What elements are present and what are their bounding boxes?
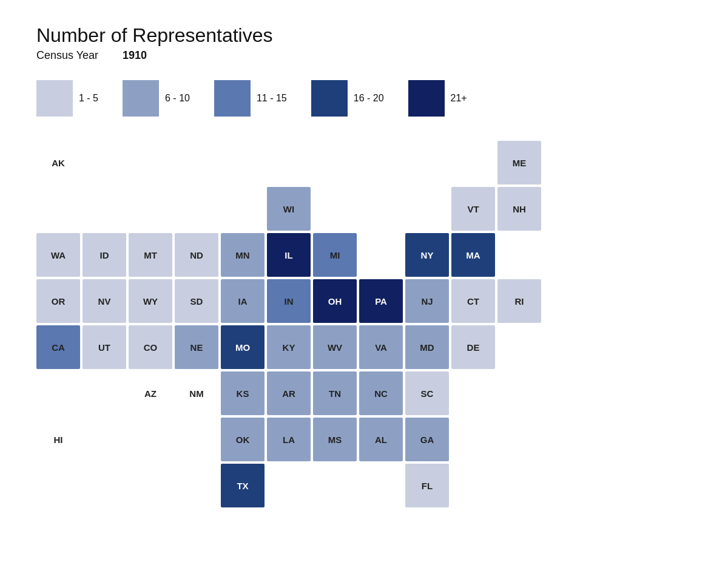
grid-cell	[36, 464, 80, 507]
grid-cell	[497, 233, 541, 277]
state-nd: ND	[175, 233, 218, 277]
grid-cell	[129, 187, 172, 231]
legend: 1 - 56 - 1011 - 1516 - 2021+	[36, 80, 692, 117]
grid-cell	[359, 187, 403, 231]
state-pa: PA	[359, 279, 403, 323]
state-id: ID	[83, 233, 126, 277]
legend-label: 11 - 15	[257, 93, 287, 104]
state-grid: AKMEWIVTNHWAIDMTNDMNILMINYMAORNVWYSDIAIN…	[36, 141, 692, 507]
grid-cell	[83, 187, 126, 231]
state-va: VA	[359, 325, 403, 369]
state-mn: MN	[221, 233, 265, 277]
state-az: AZ	[129, 371, 172, 415]
state-ga: GA	[405, 418, 449, 461]
legend-label: 6 - 10	[165, 93, 190, 104]
state-nh: NH	[497, 187, 541, 231]
grid-cell	[83, 141, 126, 185]
grid-cell	[497, 418, 541, 461]
state-sc: SC	[405, 371, 449, 415]
subtitle: Census Year 1910	[36, 49, 692, 62]
grid-cell	[221, 141, 265, 185]
state-hi: HI	[36, 418, 80, 461]
state-de: DE	[451, 325, 495, 369]
census-year: 1910	[123, 49, 147, 62]
state-wv: WV	[313, 325, 357, 369]
map-area: AKMEWIVTNHWAIDMTNDMNILMINYMAORNVWYSDIAIN…	[36, 141, 692, 507]
grid-cell	[313, 464, 357, 507]
state-nc: NC	[359, 371, 403, 415]
grid-cell	[451, 371, 495, 415]
grid-cell	[405, 187, 449, 231]
state-co: CO	[129, 325, 172, 369]
legend-color-box	[214, 80, 251, 117]
grid-cell	[83, 371, 126, 415]
state-la: LA	[267, 418, 311, 461]
grid-cell	[359, 464, 403, 507]
legend-color-box	[408, 80, 445, 117]
grid-cell	[175, 187, 218, 231]
grid-cell	[497, 325, 541, 369]
state-ks: KS	[221, 371, 265, 415]
state-nm: NM	[175, 371, 218, 415]
state-mi: MI	[313, 233, 357, 277]
grid-cell	[497, 464, 541, 507]
state-in: IN	[267, 279, 311, 323]
state-ma: MA	[451, 233, 495, 277]
grid-cell	[451, 141, 495, 185]
grid-cell	[451, 464, 495, 507]
state-ar: AR	[267, 371, 311, 415]
grid-cell	[129, 141, 172, 185]
state-mo: MO	[221, 325, 265, 369]
legend-item: 6 - 10	[123, 80, 190, 117]
grid-cell	[36, 371, 80, 415]
grid-cell	[221, 187, 265, 231]
state-ne: NE	[175, 325, 218, 369]
state-ms: MS	[313, 418, 357, 461]
state-ct: CT	[451, 279, 495, 323]
legend-item: 1 - 5	[36, 80, 98, 117]
grid-cell	[405, 141, 449, 185]
state-ia: IA	[221, 279, 265, 323]
grid-cell	[359, 141, 403, 185]
page-title: Number of Representatives	[36, 24, 692, 47]
state-tn: TN	[313, 371, 357, 415]
state-vt: VT	[451, 187, 495, 231]
state-ny: NY	[405, 233, 449, 277]
state-ak: AK	[36, 141, 80, 185]
grid-cell	[175, 141, 218, 185]
state-sd: SD	[175, 279, 218, 323]
state-tx: TX	[221, 464, 265, 507]
state-il: IL	[267, 233, 311, 277]
grid-cell	[129, 464, 172, 507]
state-wa: WA	[36, 233, 80, 277]
state-mt: MT	[129, 233, 172, 277]
state-ca: CA	[36, 325, 80, 369]
state-nv: NV	[83, 279, 126, 323]
grid-cell	[313, 187, 357, 231]
legend-label: 16 - 20	[354, 93, 384, 104]
state-md: MD	[405, 325, 449, 369]
legend-label: 1 - 5	[79, 93, 98, 104]
legend-item: 16 - 20	[311, 80, 384, 117]
legend-item: 21+	[408, 80, 467, 117]
grid-cell	[313, 141, 357, 185]
legend-color-box	[311, 80, 348, 117]
state-ut: UT	[83, 325, 126, 369]
state-nj: NJ	[405, 279, 449, 323]
grid-cell	[175, 464, 218, 507]
grid-cell	[359, 233, 403, 277]
legend-label: 21+	[451, 93, 467, 104]
legend-item: 11 - 15	[214, 80, 287, 117]
grid-cell	[267, 464, 311, 507]
grid-cell	[83, 464, 126, 507]
legend-color-box	[123, 80, 159, 117]
grid-cell	[267, 141, 311, 185]
state-oh: OH	[313, 279, 357, 323]
state-fl: FL	[405, 464, 449, 507]
state-ky: KY	[267, 325, 311, 369]
legend-color-box	[36, 80, 73, 117]
grid-cell	[129, 418, 172, 461]
state-or: OR	[36, 279, 80, 323]
state-ok: OK	[221, 418, 265, 461]
state-me: ME	[497, 141, 541, 185]
